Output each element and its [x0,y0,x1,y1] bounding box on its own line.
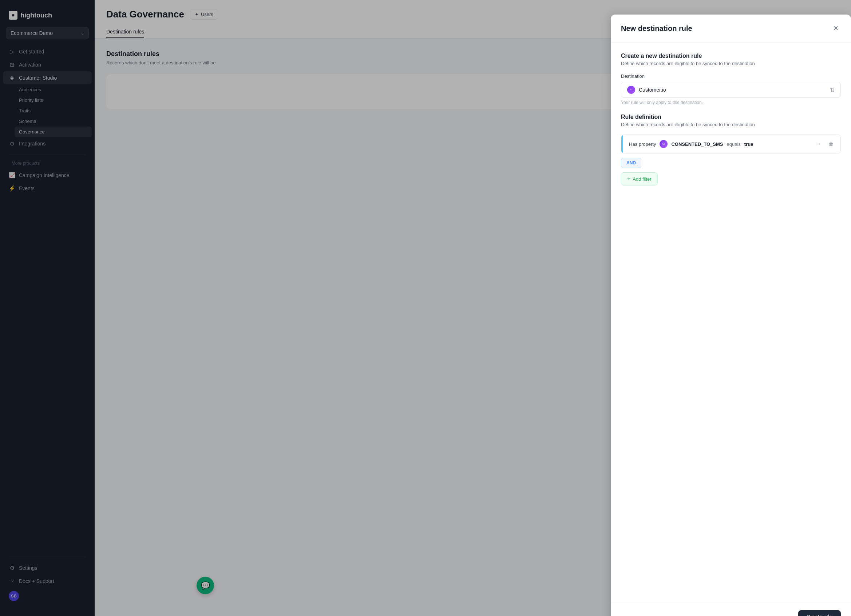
add-filter-label: Add filter [633,176,651,182]
modal-header: New destination rule ✕ [611,15,851,42]
rule-row-actions: ··· 🗑 [813,139,840,149]
modal-footer: Create rule [611,603,851,616]
rule-row-content: Has property ⚙ CONSENTED_TO_SMS equals t… [623,135,813,153]
rule-row: Has property ⚙ CONSENTED_TO_SMS equals t… [621,135,841,153]
rule-definition-title: Rule definition [621,114,841,120]
rule-definition-section: Rule definition Define which records are… [621,114,841,186]
rule-property-name: CONSENTED_TO_SMS [671,141,723,147]
plus-icon: + [627,175,630,182]
modal-overlay: New destination rule ✕ Create a new dest… [0,0,851,616]
rule-delete-button[interactable]: 🗑 [826,139,836,149]
destination-select[interactable]: ~ Customer.io ⇅ [621,82,841,98]
destination-hint: Your rule will only apply to this destin… [621,100,841,105]
modal-new-destination-rule: New destination rule ✕ Create a new dest… [611,15,851,616]
close-button[interactable]: ✕ [831,23,841,33]
rule-definition-desc: Define which records are eligible to be … [621,122,841,127]
destination-select-left: ~ Customer.io [627,86,666,94]
create-section-desc: Define which records are eligible to be … [621,61,841,66]
add-filter-button[interactable]: + Add filter [621,172,658,186]
rule-value: true [744,141,753,147]
rule-more-button[interactable]: ··· [813,139,823,149]
modal-title: New destination rule [621,24,692,33]
customer-io-icon: ~ [627,86,635,94]
and-button[interactable]: AND [621,158,641,168]
destination-select-wrapper: ~ Customer.io ⇅ [621,82,841,98]
modal-body: Create a new destination rule Define whi… [611,42,851,603]
rule-operator: equals [727,141,741,147]
destination-value: Customer.io [639,87,666,93]
and-label: AND [626,160,636,165]
rule-property-icon: ⚙ [660,140,668,148]
close-icon: ✕ [833,24,839,32]
destination-label: Destination [621,73,841,79]
create-section-title: Create a new destination rule [621,53,841,59]
rule-has-property-label: Has property [629,141,656,147]
chevron-updown-icon: ⇅ [830,87,834,93]
create-rule-button[interactable]: Create rule [798,610,841,616]
